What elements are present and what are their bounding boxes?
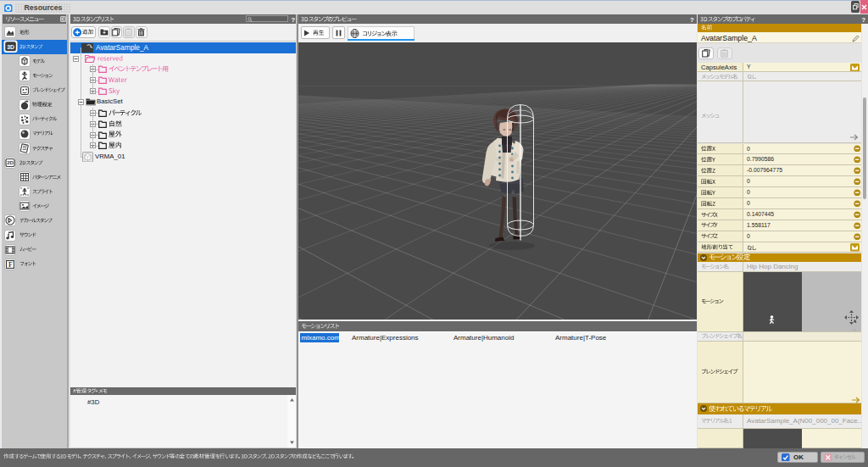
svg-text:3D: 3D xyxy=(7,44,14,50)
svg-text:F: F xyxy=(8,261,13,269)
svg-text:2D: 2D xyxy=(7,160,14,165)
